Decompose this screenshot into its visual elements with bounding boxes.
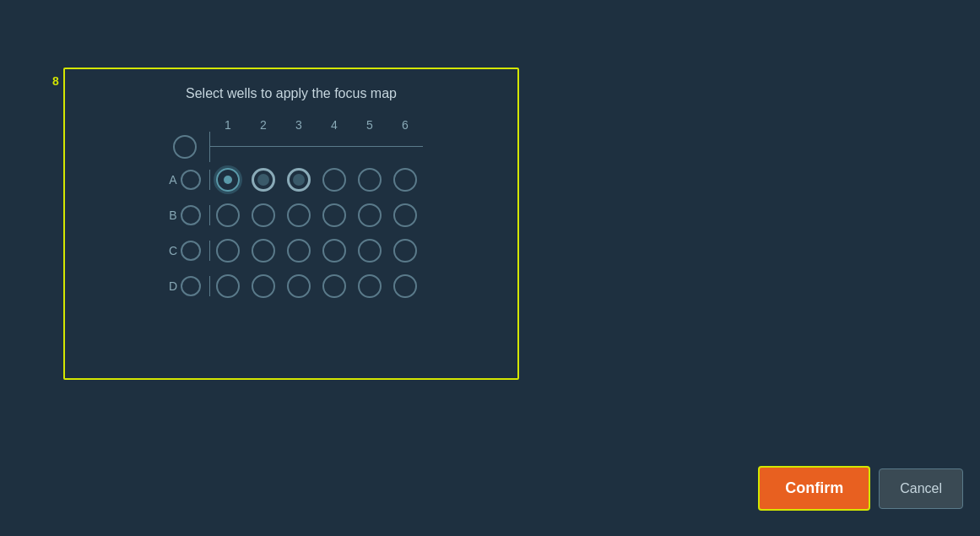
well-C-4[interactable] (317, 233, 352, 268)
well-A-1[interactable] (210, 162, 246, 198)
col-header-3: 3 (281, 118, 317, 132)
well-D-1[interactable] (210, 268, 246, 304)
grid-row-A: A (160, 162, 423, 198)
confirm-button[interactable]: Confirm (758, 466, 870, 511)
row-select-circle-A[interactable] (181, 170, 201, 190)
well-B-2[interactable] (246, 198, 281, 233)
well-D-4[interactable] (317, 268, 352, 304)
well-D-2[interactable] (246, 268, 281, 304)
row-label-cell-A: A (160, 170, 210, 190)
row-select-circle-C[interactable] (181, 241, 201, 261)
row-select-circle-D[interactable] (181, 276, 201, 296)
row-label-cell-D: D (160, 276, 210, 296)
corner-select-circle[interactable] (173, 135, 197, 159)
col-header-6: 6 (387, 118, 423, 132)
well-B-3[interactable] (281, 198, 317, 233)
well-B-5[interactable] (352, 198, 387, 233)
cancel-button[interactable]: Cancel (879, 468, 963, 509)
col-header-1: 1 (210, 118, 246, 132)
well-B-4[interactable] (317, 198, 352, 233)
row-label-cell-C: C (160, 241, 210, 261)
grid-row-B: B (160, 198, 423, 233)
well-D-6[interactable] (387, 268, 423, 304)
well-C-3[interactable] (281, 233, 317, 268)
col-header-5: 5 (352, 118, 387, 132)
grid-row-D: D (160, 268, 423, 304)
well-A-6[interactable] (387, 162, 423, 198)
well-A-5[interactable] (352, 162, 387, 198)
well-B-6[interactable] (387, 198, 423, 233)
step-8-label: 8 (52, 74, 59, 88)
panel-title: Select wells to apply the focus map (186, 86, 397, 101)
row-label-cell-B: B (160, 205, 210, 225)
grid-row-C: C (160, 233, 423, 268)
well-C-6[interactable] (387, 233, 423, 268)
well-A-3[interactable] (281, 162, 317, 198)
row-label-B: B (169, 208, 176, 222)
well-selection-panel: Select wells to apply the focus map 1 2 … (63, 68, 519, 380)
well-A-2[interactable] (246, 162, 281, 198)
col-header-4: 4 (317, 118, 352, 132)
well-C-2[interactable] (246, 233, 281, 268)
well-C-1[interactable] (210, 233, 246, 268)
col-header-2: 2 (246, 118, 281, 132)
well-D-5[interactable] (352, 268, 387, 304)
row-label-A: A (169, 173, 176, 187)
well-B-1[interactable] (210, 198, 246, 233)
row-label-D: D (169, 279, 177, 293)
row-label-C: C (169, 244, 177, 257)
row-select-circle-B[interactable] (181, 205, 201, 225)
well-A-4[interactable] (317, 162, 352, 198)
well-C-5[interactable] (352, 233, 387, 268)
well-D-3[interactable] (281, 268, 317, 304)
well-grid: 1 2 3 4 5 6 ABCD (160, 118, 423, 304)
buttons-area: Confirm Cancel (758, 466, 963, 511)
